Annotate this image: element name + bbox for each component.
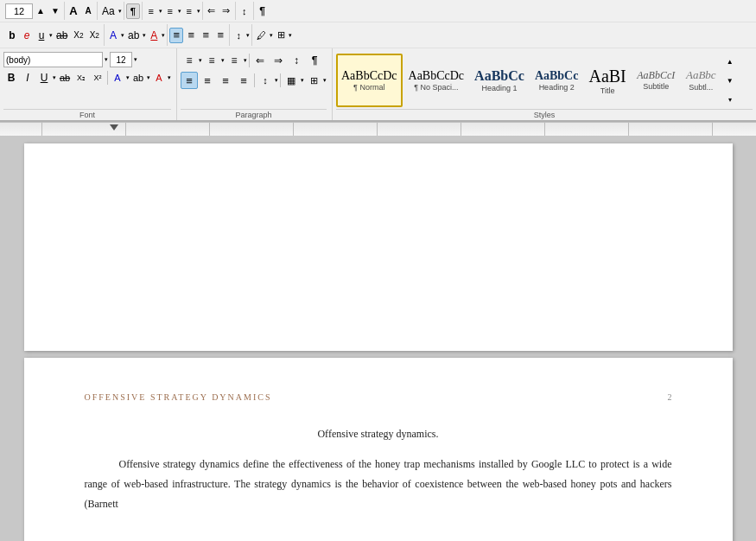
sep2 bbox=[249, 54, 250, 67]
line-spacing-chevron: ▾ bbox=[246, 32, 250, 39]
page2-body[interactable]: Offensive strategy dynamics define the e… bbox=[85, 455, 672, 513]
page2-doc-title[interactable]: Offensive strategy dynamics. bbox=[85, 428, 672, 441]
justify-btn[interactable]: ≡ bbox=[213, 28, 227, 43]
styles-scroll-down-btn[interactable]: ▼ bbox=[723, 73, 737, 88]
style-title-label: Title bbox=[600, 86, 615, 95]
italic-btn[interactable]: e bbox=[20, 28, 34, 43]
sep3 bbox=[254, 73, 255, 87]
style-subtle-label: Subtl... bbox=[689, 83, 713, 92]
numbered-chevron: ▾ bbox=[178, 8, 181, 15]
ribbon-top-rows: 12 ▲ ▼ A A Aa ▾ ¶ ≡ ▾ ≡ ▾ ≡ ▾ bbox=[0, 0, 756, 48]
subscript-btn[interactable]: X2 bbox=[71, 28, 86, 43]
numbered-list-btn[interactable]: ≡ bbox=[163, 3, 177, 19]
superscript-btn[interactable]: X2 bbox=[87, 28, 102, 43]
strikethrough-btn[interactable]: ab bbox=[54, 28, 70, 43]
indent-group: ⇐ ⇒ bbox=[203, 2, 236, 20]
font-format-row: B I U ▾ ab X₂ X² A ▾ ab ▾ A ▾ bbox=[3, 70, 171, 86]
sep1 bbox=[107, 71, 108, 85]
increase-indent-btn2[interactable]: ⇒ bbox=[270, 52, 287, 69]
style-title-btn[interactable]: AaBI Title bbox=[584, 54, 630, 107]
style-subtitle-btn[interactable]: AaBbCcI Subtitle bbox=[632, 54, 680, 107]
increase-indent-btn[interactable]: ⇒ bbox=[219, 3, 233, 19]
shrink-font-btn[interactable]: A bbox=[81, 3, 95, 19]
style-heading2-preview: AaBbCc bbox=[535, 69, 579, 82]
font-name-input[interactable] bbox=[3, 52, 103, 67]
ruler-indent-marker bbox=[110, 124, 118, 130]
font-size-input[interactable]: 12 bbox=[5, 3, 33, 19]
highlight-btn[interactable]: ab bbox=[125, 28, 142, 43]
font-size-up-btn[interactable]: ▲ bbox=[34, 3, 48, 19]
ls-chevron: ▾ bbox=[275, 77, 278, 84]
hl-chevron: ▾ bbox=[147, 74, 150, 81]
bold-italic-group: b e u ▾ ab X2 X2 bbox=[3, 24, 105, 46]
para-mark-btn2[interactable]: ¶ bbox=[306, 52, 323, 69]
border-btn[interactable]: ⊞ bbox=[274, 28, 288, 43]
font-name-chevron: ▾ bbox=[105, 56, 108, 63]
bd-chevron: ▾ bbox=[323, 77, 327, 84]
numbered-list-btn2[interactable]: ≡ bbox=[203, 52, 220, 69]
justify-btn2[interactable]: ≡ bbox=[235, 72, 252, 89]
paragraph-group-label: Paragraph bbox=[181, 109, 327, 120]
sort-btn2[interactable]: ↕ bbox=[288, 52, 305, 69]
align-center-btn[interactable]: ≡ bbox=[184, 28, 198, 43]
styles-more-btn[interactable]: ▾ bbox=[723, 92, 737, 107]
change-case-group: Aa ▾ bbox=[98, 2, 124, 20]
style-nospacing-btn[interactable]: AaBbCcDc ¶ No Spaci... bbox=[404, 54, 469, 107]
te-chevron: ▾ bbox=[126, 74, 130, 81]
font-color-btn[interactable]: A bbox=[147, 28, 161, 43]
style-normal-btn[interactable]: AaBbCcDc ¶ Normal bbox=[336, 54, 403, 107]
sort-group: ↕ bbox=[236, 2, 254, 20]
style-heading1-btn[interactable]: AaBbCc Heading 1 bbox=[470, 54, 529, 107]
align-left-btn[interactable]: ≡ bbox=[169, 28, 183, 43]
align-center-btn2[interactable]: ≡ bbox=[199, 72, 216, 89]
page-2[interactable]: OFFENSIVE STRATEGY DYNAMICS 2 Offensive … bbox=[24, 358, 733, 541]
font-size-down-btn[interactable]: ▼ bbox=[48, 3, 62, 19]
italic-btn2[interactable]: I bbox=[20, 70, 35, 86]
align-left-btn2[interactable]: ≡ bbox=[181, 72, 198, 89]
show-hide-group: ¶ bbox=[124, 2, 143, 20]
style-subtle-btn[interactable]: AaBbc Subtl... bbox=[682, 54, 721, 107]
shading-btn2[interactable]: ▦ bbox=[283, 72, 300, 89]
border-btn2[interactable]: ⊞ bbox=[305, 72, 322, 89]
ul-chevron: ▾ bbox=[53, 74, 56, 81]
bold-btn2[interactable]: B bbox=[3, 70, 19, 86]
font-name-row: ▾ ▾ bbox=[3, 52, 171, 67]
bold-btn[interactable]: b bbox=[5, 28, 19, 43]
page2-header-title: OFFENSIVE STRATEGY DYNAMICS bbox=[85, 392, 272, 402]
sort-btn[interactable]: ↕ bbox=[238, 3, 251, 19]
align-right-btn[interactable]: ≡ bbox=[199, 28, 213, 43]
font-color-btn2[interactable]: A bbox=[151, 70, 167, 86]
para-top-row: ≡ ▾ ≡ ▾ ≡ ▾ ⇐ ⇒ ↕ ¶ bbox=[181, 52, 327, 69]
show-formatting-btn[interactable]: ¶ bbox=[126, 3, 140, 19]
shading-btn[interactable]: 🖊 bbox=[254, 28, 269, 43]
line-spacing-btn[interactable]: ↕ bbox=[232, 28, 245, 43]
text-effects-chevron: ▾ bbox=[121, 32, 124, 39]
fc-chevron: ▾ bbox=[168, 74, 171, 81]
align-right-btn2[interactable]: ≡ bbox=[217, 72, 234, 89]
styles-scroll-up-btn[interactable]: ▲ bbox=[723, 54, 737, 69]
bullet-list-btn2[interactable]: ≡ bbox=[181, 52, 198, 69]
grow-font-btn[interactable]: A bbox=[67, 3, 80, 19]
decrease-indent-btn[interactable]: ⇐ bbox=[205, 3, 219, 19]
highlight-btn2[interactable]: ab bbox=[130, 70, 146, 86]
change-case-btn[interactable]: Aa bbox=[99, 3, 118, 19]
highlight-chevron: ▾ bbox=[143, 32, 146, 39]
style-heading2-label: Heading 2 bbox=[539, 83, 575, 92]
bullet-list-btn[interactable]: ≡ bbox=[144, 3, 158, 19]
text-effects-btn[interactable]: A bbox=[106, 28, 120, 43]
style-nospacing-label: ¶ No Spaci... bbox=[414, 83, 458, 92]
font-size-input2[interactable] bbox=[110, 52, 132, 67]
underline-btn[interactable]: u bbox=[35, 28, 48, 43]
subscript-btn2[interactable]: X₂ bbox=[73, 70, 89, 86]
multilevel-list-btn[interactable]: ≡ bbox=[182, 3, 196, 19]
line-spacing-btn2[interactable]: ↕ bbox=[257, 72, 274, 89]
style-heading2-btn[interactable]: AaBbCc Heading 2 bbox=[530, 54, 583, 107]
decrease-indent-btn2[interactable]: ⇐ bbox=[251, 52, 269, 69]
superscript-btn2[interactable]: X² bbox=[90, 70, 105, 86]
shading-group: 🖊 ▾ ⊞ ▾ bbox=[252, 24, 294, 46]
underline-btn2[interactable]: U bbox=[36, 70, 52, 86]
multilevel-btn2[interactable]: ≡ bbox=[226, 52, 243, 69]
para-mark-btn[interactable]: ¶ bbox=[256, 3, 270, 19]
text-effects-btn2[interactable]: A bbox=[110, 70, 125, 86]
strikethrough-btn2[interactable]: ab bbox=[57, 70, 73, 86]
